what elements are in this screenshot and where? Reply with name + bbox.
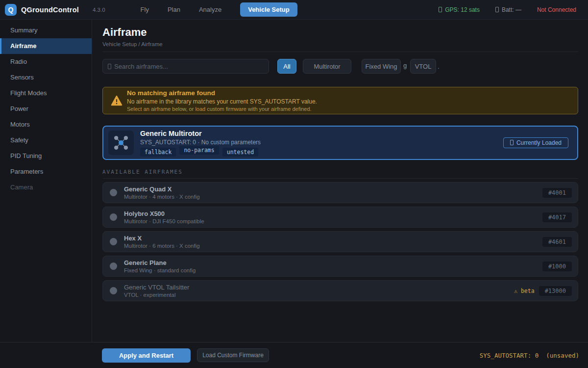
row-title: Generic Quad X: [124, 185, 542, 193]
app-version: 4.3.0: [93, 7, 105, 13]
row-title: Generic Plane: [124, 259, 542, 266]
sidebar-item-flight-modes[interactable]: Flight Modes: [0, 85, 92, 101]
warning-title: No matching airframe found: [127, 89, 317, 97]
tag-untested: untested: [222, 148, 258, 157]
row-info: Hex X Multirotor · 6 motors · X config: [124, 235, 542, 249]
radio-button[interactable]: [110, 189, 117, 196]
stray-text-dot: .: [438, 63, 440, 70]
filter-multirotor-button[interactable]: Multirotor: [303, 59, 351, 74]
sidebar: Summary Airframe Radio Sensors Flight Mo…: [0, 20, 92, 342]
row-title: Hex X: [124, 235, 542, 242]
apply-and-restart-button[interactable]: Apply and Restart: [102, 348, 191, 363]
main-content: Airframe Vehicle Setup / Airframe All Mu…: [93, 20, 588, 342]
warning-text: No matching airframe found No airframe i…: [127, 89, 317, 112]
tag-fallback: fallback: [140, 148, 176, 157]
current-airframe-info: Generic Multirotor SYS_AUTOSTART: 0 · No…: [140, 130, 503, 157]
airframe-row-holybro-x500[interactable]: Holybro X500 Multirotor · DJI F450 compa…: [102, 207, 578, 228]
sidebar-item-parameters[interactable]: Parameters: [0, 164, 92, 180]
search-icon: [108, 64, 111, 69]
radio-button[interactable]: [110, 287, 117, 294]
sidebar-item-pid-tuning[interactable]: PID Tuning: [0, 148, 92, 164]
radio-button[interactable]: [110, 238, 117, 245]
row-title: Generic VTOL Tailsitter: [124, 284, 514, 291]
quadcopter-icon: [108, 131, 134, 155]
row-subtitle: Multirotor · DJI F450 compatible: [124, 218, 542, 224]
current-airframe-card[interactable]: Generic Multirotor SYS_AUTOSTART: 0 · No…: [102, 126, 578, 160]
airframe-id-chip: #13000: [539, 286, 572, 296]
current-airframe-subtitle: SYS_AUTOSTART: 0 · No custom parameters: [140, 139, 503, 146]
tab-vehicle-setup[interactable]: Vehicle Setup: [240, 2, 297, 17]
battery-icon: [495, 7, 499, 12]
currently-loaded-badge: Currently Loaded: [503, 137, 568, 148]
warning-line1: No airframe in the library matches your …: [127, 98, 317, 105]
search-box[interactable]: [102, 59, 269, 74]
airframe-id-chip: #1000: [542, 262, 572, 271]
connection-status: Not Connected: [537, 6, 576, 13]
warning-banner: No matching airframe found No airframe i…: [102, 87, 578, 114]
sys-autostart-status: SYS_AUTOSTART: 0 (unsaved): [480, 352, 588, 359]
brand-name: QGroundControl: [21, 6, 79, 14]
radio-button[interactable]: [110, 213, 117, 221]
airframe-row-generic-quad-x[interactable]: Generic Quad X Multirotor · 4 motors · X…: [102, 182, 578, 203]
sidebar-item-motors[interactable]: Motors: [0, 117, 92, 132]
tab-plan[interactable]: Plan: [168, 6, 180, 13]
current-airframe-tags: fallback no-params untested: [140, 148, 503, 157]
satellite-icon: [439, 7, 442, 12]
row-title: Holybro X500: [124, 210, 542, 217]
tag-no-params: no-params: [179, 146, 219, 155]
row-subtitle: Multirotor · 4 motors · X config: [124, 194, 542, 200]
section-divider: [102, 178, 578, 179]
airframe-row-generic-plane[interactable]: Generic Plane Fixed Wing · standard conf…: [102, 256, 578, 277]
check-icon: [510, 140, 514, 145]
sidebar-item-sensors[interactable]: Sensors: [0, 70, 92, 85]
top-nav: Fly Plan Analyze Vehicle Setup: [141, 2, 297, 17]
beta-warning-icon: ⚠: [514, 288, 517, 294]
warning-triangle-icon: [111, 95, 122, 106]
row-subtitle: Fixed Wing · standard config: [124, 267, 542, 273]
bottom-bar: Apply and Restart Load Custom Firmware S…: [0, 342, 588, 368]
status-group: GPS: 12 sats Batt: — Not Connected: [439, 6, 588, 13]
app-logo-icon: Q: [5, 4, 17, 16]
load-custom-firmware-button[interactable]: Load Custom Firmware: [197, 348, 269, 362]
sidebar-item-camera[interactable]: Camera: [0, 180, 92, 195]
search-input[interactable]: [114, 63, 264, 70]
row-info: Generic VTOL Tailsitter VTOL · experimen…: [124, 284, 514, 298]
row-info: Generic Quad X Multirotor · 4 motors · X…: [124, 185, 542, 200]
airframe-id-chip: #4001: [542, 188, 572, 198]
battery-status: Batt: —: [495, 6, 521, 13]
filter-all-button[interactable]: All: [277, 59, 296, 74]
top-bar: Q QGroundControl 4.3.0 Fly Plan Analyze …: [0, 0, 588, 20]
sidebar-item-power[interactable]: Power: [0, 101, 92, 117]
airframe-row-hex-x[interactable]: Hex X Multirotor · 6 motors · X config #…: [102, 231, 578, 252]
toolbar: All Multirotor Fixed Wing VTOL g .: [102, 59, 578, 74]
airframe-row-generic-vtol-tailsitter[interactable]: Generic VTOL Tailsitter VTOL · experimen…: [102, 280, 578, 301]
sidebar-item-radio[interactable]: Radio: [0, 54, 92, 70]
filter-fixed-wing-button[interactable]: Fixed Wing: [362, 59, 401, 74]
gps-status: GPS: 12 sats: [439, 6, 480, 13]
airframe-id-chip: #4601: [542, 237, 572, 247]
row-subtitle: Multirotor · 6 motors · X config: [124, 243, 542, 249]
current-airframe-title: Generic Multirotor: [140, 130, 503, 137]
available-airframes-label: AVAILABLE AIRFRAMES: [102, 169, 578, 175]
stray-text-g: g: [403, 62, 407, 69]
row-info: Holybro X500 Multirotor · DJI F450 compa…: [124, 210, 542, 224]
sidebar-item-summary[interactable]: Summary: [0, 23, 92, 38]
row-subtitle: VTOL · experimental: [124, 292, 514, 298]
page-title: Airframe: [102, 26, 578, 39]
beta-badge: ⚠ beta: [514, 288, 535, 294]
sidebar-item-safety[interactable]: Safety: [0, 132, 92, 148]
warning-line2: Select an airframe below, or load custom…: [127, 106, 317, 112]
row-info: Generic Plane Fixed Wing · standard conf…: [124, 259, 542, 273]
tab-analyze[interactable]: Analyze: [199, 6, 221, 13]
breadcrumb: Vehicle Setup / Airframe: [102, 41, 578, 47]
filter-vtol-button[interactable]: VTOL: [410, 59, 436, 74]
sidebar-item-airframe[interactable]: Airframe: [0, 38, 92, 54]
airframe-id-chip: #4017: [542, 212, 572, 222]
radio-button[interactable]: [110, 263, 117, 270]
header-divider: [102, 52, 578, 52]
tab-fly[interactable]: Fly: [141, 6, 149, 13]
